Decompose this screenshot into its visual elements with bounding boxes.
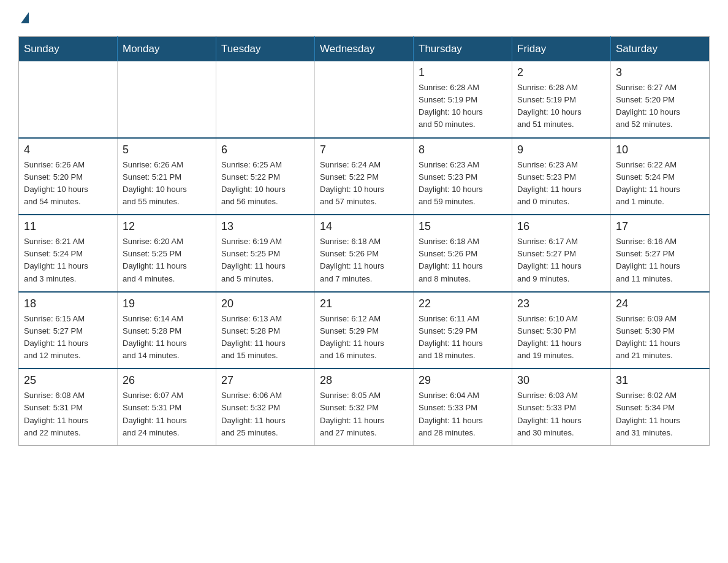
day-info: Sunrise: 6:14 AM Sunset: 5:28 PM Dayligh… xyxy=(123,313,211,362)
header-day-sunday: Sunday xyxy=(19,37,118,62)
day-number: 23 xyxy=(517,297,605,310)
calendar-cell: 21Sunrise: 6:12 AM Sunset: 5:29 PM Dayli… xyxy=(315,292,414,369)
calendar-cell: 27Sunrise: 6:06 AM Sunset: 5:32 PM Dayli… xyxy=(216,369,315,445)
day-info: Sunrise: 6:28 AM Sunset: 5:19 PM Dayligh… xyxy=(517,82,605,131)
day-number: 24 xyxy=(616,297,704,310)
day-info: Sunrise: 6:22 AM Sunset: 5:24 PM Dayligh… xyxy=(616,159,704,209)
calendar-cell: 1Sunrise: 6:28 AM Sunset: 5:19 PM Daylig… xyxy=(414,61,512,138)
day-number: 12 xyxy=(123,220,211,233)
calendar-cell: 4Sunrise: 6:26 AM Sunset: 5:20 PM Daylig… xyxy=(19,138,118,215)
calendar-week-2: 4Sunrise: 6:26 AM Sunset: 5:20 PM Daylig… xyxy=(19,138,710,215)
calendar-week-5: 25Sunrise: 6:08 AM Sunset: 5:31 PM Dayli… xyxy=(19,369,710,445)
day-number: 8 xyxy=(419,144,507,156)
calendar-week-4: 18Sunrise: 6:15 AM Sunset: 5:27 PM Dayli… xyxy=(19,292,710,369)
calendar-cell: 13Sunrise: 6:19 AM Sunset: 5:25 PM Dayli… xyxy=(216,215,315,292)
day-info: Sunrise: 6:15 AM Sunset: 5:27 PM Dayligh… xyxy=(24,313,112,362)
calendar-cell: 25Sunrise: 6:08 AM Sunset: 5:31 PM Dayli… xyxy=(19,369,118,445)
day-number: 29 xyxy=(419,374,507,387)
day-info: Sunrise: 6:23 AM Sunset: 5:23 PM Dayligh… xyxy=(517,159,605,209)
day-number: 7 xyxy=(320,144,408,156)
calendar-cell: 26Sunrise: 6:07 AM Sunset: 5:31 PM Dayli… xyxy=(118,369,216,445)
day-number: 10 xyxy=(616,144,704,156)
calendar-cell: 12Sunrise: 6:20 AM Sunset: 5:25 PM Dayli… xyxy=(118,215,216,292)
calendar-cell: 6Sunrise: 6:25 AM Sunset: 5:22 PM Daylig… xyxy=(216,138,315,215)
day-number: 6 xyxy=(221,144,309,156)
calendar-cell: 23Sunrise: 6:10 AM Sunset: 5:30 PM Dayli… xyxy=(512,292,611,369)
calendar-cell: 31Sunrise: 6:02 AM Sunset: 5:34 PM Dayli… xyxy=(611,369,710,445)
day-number: 28 xyxy=(320,374,408,387)
header-day-tuesday: Tuesday xyxy=(216,37,315,62)
day-info: Sunrise: 6:17 AM Sunset: 5:27 PM Dayligh… xyxy=(517,236,605,285)
calendar-table: SundayMondayTuesdayWednesdayThursdayFrid… xyxy=(18,36,710,446)
day-number: 1 xyxy=(419,66,507,79)
calendar-cell xyxy=(216,61,315,138)
day-number: 20 xyxy=(221,297,309,310)
day-info: Sunrise: 6:13 AM Sunset: 5:28 PM Dayligh… xyxy=(221,313,309,362)
day-number: 30 xyxy=(517,374,605,387)
day-info: Sunrise: 6:09 AM Sunset: 5:30 PM Dayligh… xyxy=(616,313,704,362)
calendar-cell: 14Sunrise: 6:18 AM Sunset: 5:26 PM Dayli… xyxy=(315,215,414,292)
calendar-cell: 15Sunrise: 6:18 AM Sunset: 5:26 PM Dayli… xyxy=(414,215,512,292)
calendar-cell: 5Sunrise: 6:26 AM Sunset: 5:21 PM Daylig… xyxy=(118,138,216,215)
calendar-header-row: SundayMondayTuesdayWednesdayThursdayFrid… xyxy=(19,37,710,62)
day-info: Sunrise: 6:24 AM Sunset: 5:22 PM Dayligh… xyxy=(320,159,408,209)
day-number: 3 xyxy=(616,66,704,79)
day-info: Sunrise: 6:11 AM Sunset: 5:29 PM Dayligh… xyxy=(419,313,507,362)
calendar-cell: 24Sunrise: 6:09 AM Sunset: 5:30 PM Dayli… xyxy=(611,292,710,369)
calendar-cell: 7Sunrise: 6:24 AM Sunset: 5:22 PM Daylig… xyxy=(315,138,414,215)
header-day-saturday: Saturday xyxy=(611,37,710,62)
day-info: Sunrise: 6:04 AM Sunset: 5:33 PM Dayligh… xyxy=(419,389,507,439)
day-info: Sunrise: 6:05 AM Sunset: 5:32 PM Dayligh… xyxy=(320,389,408,439)
calendar-cell: 2Sunrise: 6:28 AM Sunset: 5:19 PM Daylig… xyxy=(512,61,611,138)
calendar-week-1: 1Sunrise: 6:28 AM Sunset: 5:19 PM Daylig… xyxy=(19,61,710,138)
day-info: Sunrise: 6:08 AM Sunset: 5:31 PM Dayligh… xyxy=(24,389,112,439)
calendar-cell xyxy=(118,61,216,138)
day-number: 4 xyxy=(24,144,112,156)
logo xyxy=(18,12,29,25)
day-number: 27 xyxy=(221,374,309,387)
day-number: 2 xyxy=(517,66,605,79)
day-number: 25 xyxy=(24,374,112,387)
calendar-cell: 9Sunrise: 6:23 AM Sunset: 5:23 PM Daylig… xyxy=(512,138,611,215)
day-info: Sunrise: 6:06 AM Sunset: 5:32 PM Dayligh… xyxy=(221,389,309,439)
day-info: Sunrise: 6:10 AM Sunset: 5:30 PM Dayligh… xyxy=(517,313,605,362)
day-info: Sunrise: 6:18 AM Sunset: 5:26 PM Dayligh… xyxy=(320,236,408,285)
calendar-cell: 3Sunrise: 6:27 AM Sunset: 5:20 PM Daylig… xyxy=(611,61,710,138)
calendar-cell: 29Sunrise: 6:04 AM Sunset: 5:33 PM Dayli… xyxy=(414,369,512,445)
calendar-cell: 22Sunrise: 6:11 AM Sunset: 5:29 PM Dayli… xyxy=(414,292,512,369)
day-number: 13 xyxy=(221,220,309,233)
day-number: 16 xyxy=(517,220,605,233)
day-number: 19 xyxy=(123,297,211,310)
calendar-cell xyxy=(315,61,414,138)
day-number: 26 xyxy=(123,374,211,387)
calendar-cell: 18Sunrise: 6:15 AM Sunset: 5:27 PM Dayli… xyxy=(19,292,118,369)
calendar-cell: 11Sunrise: 6:21 AM Sunset: 5:24 PM Dayli… xyxy=(19,215,118,292)
header-day-thursday: Thursday xyxy=(414,37,512,62)
calendar-cell: 20Sunrise: 6:13 AM Sunset: 5:28 PM Dayli… xyxy=(216,292,315,369)
day-info: Sunrise: 6:19 AM Sunset: 5:25 PM Dayligh… xyxy=(221,236,309,285)
calendar-cell: 8Sunrise: 6:23 AM Sunset: 5:23 PM Daylig… xyxy=(414,138,512,215)
day-info: Sunrise: 6:07 AM Sunset: 5:31 PM Dayligh… xyxy=(123,389,211,439)
day-number: 17 xyxy=(616,220,704,233)
day-number: 5 xyxy=(123,144,211,156)
calendar-week-3: 11Sunrise: 6:21 AM Sunset: 5:24 PM Dayli… xyxy=(19,215,710,292)
day-info: Sunrise: 6:02 AM Sunset: 5:34 PM Dayligh… xyxy=(616,389,704,439)
day-info: Sunrise: 6:28 AM Sunset: 5:19 PM Dayligh… xyxy=(419,82,507,131)
calendar-cell xyxy=(19,61,118,138)
day-info: Sunrise: 6:21 AM Sunset: 5:24 PM Dayligh… xyxy=(24,236,112,285)
calendar-cell: 10Sunrise: 6:22 AM Sunset: 5:24 PM Dayli… xyxy=(611,138,710,215)
header-day-monday: Monday xyxy=(118,37,216,62)
day-info: Sunrise: 6:26 AM Sunset: 5:21 PM Dayligh… xyxy=(123,159,211,209)
day-info: Sunrise: 6:18 AM Sunset: 5:26 PM Dayligh… xyxy=(419,236,507,285)
day-number: 9 xyxy=(517,144,605,156)
day-info: Sunrise: 6:16 AM Sunset: 5:27 PM Dayligh… xyxy=(616,236,704,285)
day-info: Sunrise: 6:26 AM Sunset: 5:20 PM Dayligh… xyxy=(24,159,112,209)
day-info: Sunrise: 6:23 AM Sunset: 5:23 PM Dayligh… xyxy=(419,159,507,209)
day-number: 31 xyxy=(616,374,704,387)
day-info: Sunrise: 6:25 AM Sunset: 5:22 PM Dayligh… xyxy=(221,159,309,209)
day-number: 11 xyxy=(24,220,112,233)
day-info: Sunrise: 6:03 AM Sunset: 5:33 PM Dayligh… xyxy=(517,389,605,439)
calendar-cell: 28Sunrise: 6:05 AM Sunset: 5:32 PM Dayli… xyxy=(315,369,414,445)
day-number: 21 xyxy=(320,297,408,310)
day-info: Sunrise: 6:27 AM Sunset: 5:20 PM Dayligh… xyxy=(616,82,704,131)
